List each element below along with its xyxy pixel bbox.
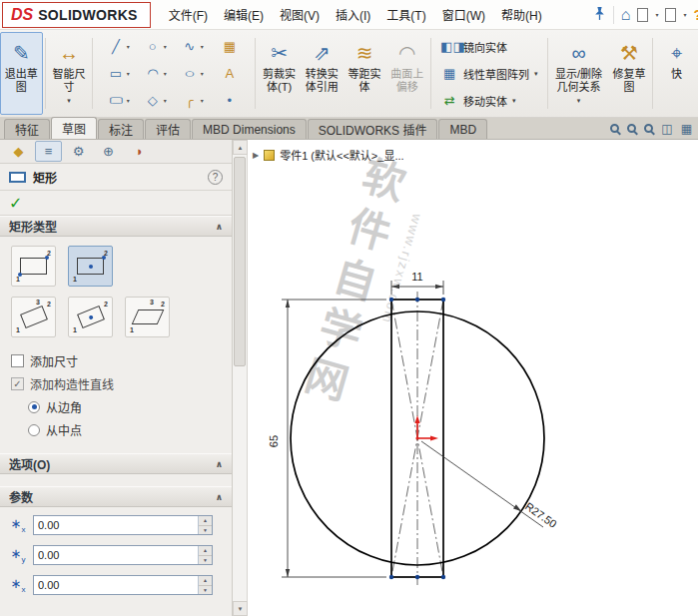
section-parameters[interactable]: 参数 ∧ [0,486,232,507]
menu-window[interactable]: 窗口(W) [434,1,493,28]
section-rectangle-type[interactable]: 矩形类型 ∧ [0,216,232,237]
menu-help[interactable]: 帮助(H) [493,1,550,28]
polygon-tool-button[interactable]: ◇▾ [137,87,174,114]
rectangle-tool-button[interactable]: ▭▾ [100,60,137,87]
sketch-point[interactable] [415,575,419,579]
parallelogram-button[interactable]: 1 2 3 [125,297,170,337]
spin-down-icon[interactable]: ▼ [199,585,212,595]
mirror-entities-button[interactable]: ◧◨ 镜向实体 [440,35,538,58]
dropdown-caret-icon[interactable]: ▾ [127,43,130,50]
dropdown-caret-icon[interactable]: ▾ [164,97,167,104]
home-icon[interactable]: ⌂ [621,7,631,23]
configuration-manager-tab[interactable]: ⚙ [65,141,92,162]
origin-point[interactable] [415,436,418,439]
surface-offset-button[interactable]: ◠ 曲面上偏移 [385,32,428,115]
help-icon[interactable]: ? [208,170,223,185]
three-point-center-rectangle-button[interactable]: 1 2 [68,297,113,337]
height-dimension-text[interactable]: 65 [268,435,280,447]
sketch-point[interactable] [441,298,445,302]
collapse-chevron-icon[interactable]: ∧ [216,492,223,502]
three-point-corner-rectangle-button[interactable]: 1 2 3 [11,297,56,337]
menu-view[interactable]: 视图(V) [272,1,328,28]
help-search-icon[interactable]: ? [693,7,698,23]
section-view-icon[interactable]: ◫ [661,122,672,136]
y-coordinate-input[interactable]: ▲▼ [33,545,213,565]
smart-dimension-button[interactable]: ↔ 智能尺寸 ▾ [48,32,91,115]
tree-expand-arrow-icon[interactable]: ▶ [253,151,259,160]
radius-leader-line[interactable] [421,441,543,527]
fillet-tool-button[interactable]: ╭▾ [174,87,211,114]
ok-check-icon[interactable]: ✓ [9,194,22,213]
spin-up-icon[interactable]: ▲ [199,516,212,525]
exit-sketch-button[interactable]: ✎ 退出草图 [0,32,43,115]
display-delete-relations-button[interactable]: ∞ 显示/删除几何关系 ▾ [550,32,608,115]
dropdown-caret-icon[interactable]: ▾ [127,97,130,104]
pin-menu-icon[interactable] [593,6,606,24]
scroll-down-icon[interactable]: ▼ [233,601,248,616]
slot-tool-button[interactable]: ▢▾ [100,87,137,114]
add-construction-lines-checkbox[interactable]: ✓ 添加构造性直线 [0,372,232,395]
solidworks-logo[interactable]: DS SOLIDWORKS [2,2,151,28]
tab-solidworks-addins[interactable]: SOLIDWORKS 插件 [308,119,438,139]
checkbox-box[interactable]: ✓ [11,377,24,390]
display-manager-tab[interactable]: ◑ [125,141,152,162]
spin-down-icon[interactable]: ▼ [199,525,212,535]
collapse-chevron-icon[interactable]: ∧ [216,222,223,232]
open-document-icon[interactable] [665,8,676,22]
from-corner-radio[interactable]: 从边角 [0,395,232,418]
arc-tool-button[interactable]: ◠▾ [137,60,174,87]
previous-view-icon[interactable] [644,124,653,133]
quick-snaps-button[interactable]: ⌖ 快 [655,32,698,115]
spin-up-icon[interactable]: ▲ [199,546,212,555]
new-document-dropdown-icon[interactable]: ▾ [655,11,658,18]
dropdown-caret-icon[interactable]: ▾ [534,70,538,78]
center-rectangle-button[interactable]: 1 2 [68,246,113,287]
section-options[interactable]: 选项(O) ∧ [0,453,232,474]
repair-sketch-button[interactable]: ⚒ 修复草图 [608,32,651,115]
dropdown-caret-icon[interactable]: ▾ [577,97,581,105]
panel-scrollbar[interactable]: ▲ ▼ [233,140,248,616]
corner-rectangle-button[interactable]: 1 2 [11,246,56,287]
dropdown-caret-icon[interactable]: ▾ [164,43,167,50]
sketch-drawing[interactable]: 11 65 R27.50 [248,140,698,616]
trim-entities-button[interactable]: ✂ 剪裁实体(T) [258,32,301,115]
radio-button[interactable] [28,401,40,413]
open-document-dropdown-icon[interactable]: ▾ [683,11,686,18]
tab-mbd[interactable]: MBD [438,119,487,139]
tab-evaluate[interactable]: 评估 [145,119,191,139]
circle-tool-button[interactable]: ○▾ [137,33,174,60]
tab-annotation[interactable]: 标注 [98,119,144,139]
spin-up-icon[interactable]: ▲ [199,576,212,585]
spline-tool-button[interactable]: ∿▾ [174,33,211,60]
move-entities-button[interactable]: ⇄ 移动实体 ▾ [440,89,538,112]
point-tool-button[interactable]: • [211,87,248,114]
spinner-control[interactable]: ▲▼ [198,576,212,594]
scroll-up-icon[interactable]: ▲ [233,140,248,155]
dropdown-caret-icon[interactable]: ▾ [127,70,130,77]
sketch-point[interactable] [389,575,393,579]
from-midpoint-radio[interactable]: 从中点 [0,418,232,441]
x2-coordinate-input[interactable]: ▲▼ [33,575,213,595]
text-tool-button[interactable]: A [211,60,248,87]
convert-entities-button[interactable]: ⇗ 转换实体引用 [301,32,344,115]
graphics-area[interactable]: ▶ 零件1 (默认<<默认>_显... 软件自学网 www.rjzxw.com [248,140,698,616]
checkbox-box[interactable] [11,354,24,367]
line-tool-button[interactable]: ╱▾ [100,33,137,60]
offset-entities-button[interactable]: ≋ 等距实体 [344,32,386,115]
new-document-icon[interactable] [637,8,648,22]
dropdown-caret-icon[interactable]: ▾ [201,97,204,104]
spinner-control[interactable]: ▲▼ [198,546,212,564]
dimxpert-manager-tab[interactable]: ⊕ [95,141,122,162]
width-dimension-text[interactable]: 11 [411,271,422,283]
tab-features[interactable]: 特征 [4,119,50,139]
linear-sketch-pattern-button[interactable]: ▦ 线性草图阵列 ▾ [440,62,538,85]
add-dimensions-checkbox[interactable]: 添加尺寸 [0,349,232,372]
x2-coordinate-field[interactable] [34,576,198,594]
dropdown-caret-icon[interactable]: ▾ [164,70,167,77]
dropdown-caret-icon[interactable]: ▾ [512,97,516,105]
menu-file[interactable]: 文件(F) [161,1,216,28]
menu-tools[interactable]: 工具(T) [378,1,433,28]
zoom-fit-icon[interactable] [610,124,619,133]
zoom-area-icon[interactable] [627,124,636,133]
y-coordinate-field[interactable] [34,546,198,564]
